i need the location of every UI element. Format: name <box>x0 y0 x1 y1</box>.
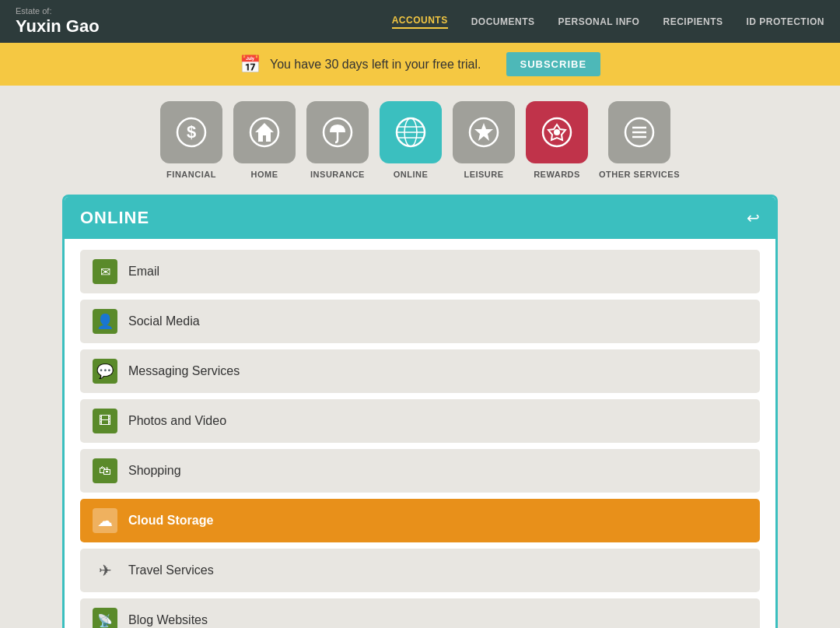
estate-label: Estate of: <box>16 6 100 16</box>
rewards-icon-wrap <box>526 101 588 163</box>
panel-header: ONLINE ↩ <box>65 197 775 239</box>
list-item-cloud[interactable]: ☁ Cloud Storage <box>80 499 760 542</box>
trial-banner: 📅 You have 30 days left in your free tri… <box>0 43 840 86</box>
star-icon <box>468 117 499 148</box>
nav-documents[interactable]: DOCUMENTS <box>471 16 535 27</box>
cloud-icon: ☁ <box>93 508 117 533</box>
nav-accounts[interactable]: ACCOUNTS <box>392 15 448 29</box>
shopping-icon: 🛍 <box>93 458 117 483</box>
travel-label: Travel Services <box>128 563 214 577</box>
home-icon <box>249 117 280 148</box>
leisure-icon-wrap <box>453 101 515 163</box>
nav-id-protection[interactable]: ID PROTECTION <box>746 16 824 27</box>
rewards-icon <box>541 117 572 148</box>
globe-icon <box>395 117 426 148</box>
cat-financial[interactable]: $ FINANCIAL <box>160 101 222 179</box>
cat-leisure[interactable]: LEISURE <box>453 101 515 179</box>
cloud-label: Cloud Storage <box>128 514 213 528</box>
back-button[interactable]: ↩ <box>747 209 760 227</box>
cat-other-services[interactable]: OTHER SERVICES <box>599 101 680 179</box>
email-icon: ✉ <box>93 259 117 284</box>
svg-marker-3 <box>255 123 274 142</box>
menu-icon <box>624 117 655 148</box>
financial-label: FINANCIAL <box>166 170 216 179</box>
umbrella-icon <box>322 117 353 148</box>
travel-icon: ✈ <box>93 558 117 583</box>
messaging-icon: 💬 <box>93 359 117 384</box>
estate-info: Estate of: Yuxin Gao <box>16 6 100 37</box>
svg-point-14 <box>554 129 560 135</box>
other-services-label: OTHER SERVICES <box>599 170 680 179</box>
email-label: Email <box>128 265 159 279</box>
insurance-icon-wrap <box>306 101 369 163</box>
social-media-label: Social Media <box>128 314 200 328</box>
nav-recipients[interactable]: RECIPIENTS <box>663 16 723 27</box>
rewards-label: REWARDS <box>534 170 580 179</box>
leisure-label: LEISURE <box>464 170 503 179</box>
list-item-blog[interactable]: 📡 Blog Websites <box>80 598 760 628</box>
messaging-label: Messaging Services <box>128 364 240 378</box>
online-icon-wrap <box>380 101 442 163</box>
shopping-label: Shopping <box>128 464 181 478</box>
blog-label: Blog Websites <box>128 613 208 627</box>
list-item-social-media[interactable]: 👤 Social Media <box>80 300 760 343</box>
cat-online[interactable]: ONLINE <box>380 101 442 179</box>
photos-icon: 🎞 <box>93 409 117 433</box>
main-nav: ACCOUNTS DOCUMENTS PERSONAL INFO RECIPIE… <box>392 15 824 29</box>
cat-rewards[interactable]: REWARDS <box>526 101 588 179</box>
photos-label: Photos and Video <box>128 414 226 428</box>
cat-insurance[interactable]: INSURANCE <box>306 101 369 179</box>
nav-personal-info[interactable]: PERSONAL INFO <box>558 16 640 27</box>
banner-text: You have 30 days left in your free trial… <box>270 58 481 72</box>
calendar-icon: 📅 <box>240 54 261 75</box>
blog-icon: 📡 <box>93 608 117 628</box>
list-item-messaging[interactable]: 💬 Messaging Services <box>80 349 760 393</box>
home-label: HOME <box>251 170 278 179</box>
online-label: ONLINE <box>394 170 429 179</box>
main-panel: ONLINE ↩ ✉ Email 👤 Social Media 💬 Messag… <box>62 195 778 628</box>
cat-home[interactable]: HOME <box>233 101 296 179</box>
social-media-icon: 👤 <box>93 309 117 334</box>
svg-text:$: $ <box>187 122 196 142</box>
insurance-label: INSURANCE <box>310 170 365 179</box>
dollar-icon: $ <box>176 117 207 148</box>
svg-marker-12 <box>474 123 493 141</box>
list-item-shopping[interactable]: 🛍 Shopping <box>80 449 760 493</box>
financial-icon-wrap: $ <box>160 101 222 163</box>
list-item-travel[interactable]: ✈ Travel Services <box>80 549 760 592</box>
home-icon-wrap <box>233 101 296 163</box>
estate-name: Yuxin Gao <box>16 16 100 37</box>
panel-title: ONLINE <box>80 208 149 228</box>
category-row: $ FINANCIAL HOME INSURANCE <box>0 86 840 195</box>
online-list: ✉ Email 👤 Social Media 💬 Messaging Servi… <box>65 239 775 628</box>
subscribe-button[interactable]: SUBSCRIBE <box>506 52 601 76</box>
list-item-email[interactable]: ✉ Email <box>80 250 760 293</box>
header: Estate of: Yuxin Gao ACCOUNTS DOCUMENTS … <box>0 0 840 43</box>
other-icon-wrap <box>608 101 670 163</box>
list-item-photos[interactable]: 🎞 Photos and Video <box>80 399 760 443</box>
